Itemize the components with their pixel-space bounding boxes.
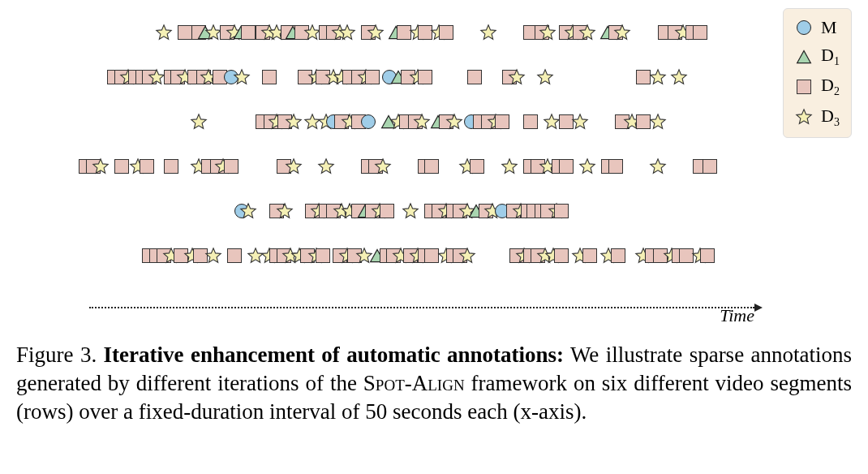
chart-row [41, 20, 771, 45]
svg-marker-81 [206, 248, 221, 262]
svg-marker-65 [241, 204, 256, 218]
marker-d3 [501, 157, 518, 175]
svg-marker-49 [544, 114, 559, 128]
marker-d3 [402, 202, 419, 220]
triangle-icon [795, 48, 813, 66]
svg-marker-52 [651, 114, 665, 128]
marker-d2 [178, 25, 192, 40]
marker-d3 [649, 68, 667, 86]
svg-marker-18 [580, 25, 595, 39]
marker-d2 [559, 159, 574, 174]
caption-figno: Figure 3. [16, 343, 97, 367]
marker-d2 [380, 204, 394, 218]
axis-label: Time [720, 305, 754, 326]
marker-d3 [670, 68, 688, 86]
marker-d2 [241, 25, 256, 40]
marker-d3 [190, 113, 208, 131]
marker-d2 [365, 70, 380, 84]
chart-row [41, 154, 771, 179]
marker-d2 [418, 70, 432, 84]
marker-d3 [649, 157, 667, 175]
legend-item-d3: D3 [795, 106, 840, 129]
marker-m [361, 114, 376, 129]
legend-item-d2: D2 [795, 75, 840, 98]
svg-marker-33 [509, 70, 524, 84]
legend-item-d1: D1 [795, 45, 840, 68]
marker-d2 [114, 159, 129, 174]
marker-d3 [539, 24, 556, 41]
marker-d2 [439, 25, 453, 40]
marker-d3 [413, 113, 431, 131]
time-axis [89, 307, 754, 308]
chart-row [41, 110, 771, 134]
svg-marker-47 [447, 114, 462, 128]
marker-d3 [649, 113, 667, 131]
svg-marker-23 [149, 70, 164, 84]
legend-label: D3 [821, 106, 840, 129]
marker-d3 [367, 24, 385, 41]
marker-d3 [613, 24, 631, 41]
marker-d2 [227, 248, 242, 263]
chart-row [41, 65, 771, 89]
marker-d3 [458, 247, 476, 265]
svg-marker-34 [537, 70, 552, 84]
square-icon [795, 78, 813, 96]
marker-d2 [262, 70, 277, 84]
marker-d3 [536, 68, 554, 86]
marker-d3 [239, 202, 257, 220]
svg-marker-16 [540, 25, 555, 39]
marker-d3 [479, 24, 497, 41]
marker-d3 [508, 68, 526, 86]
legend: MD1D2D3 [783, 8, 852, 138]
svg-marker-57 [286, 159, 301, 173]
circle-icon [795, 19, 813, 37]
svg-marker-66 [277, 204, 292, 218]
marker-d2 [582, 248, 597, 263]
marker-d3 [285, 113, 303, 131]
marker-d2 [693, 25, 707, 40]
svg-marker-63 [580, 159, 595, 173]
svg-marker-8 [304, 25, 319, 39]
svg-marker-72 [403, 204, 418, 218]
figure-caption: Figure 3. Iterative enhancement of autom… [16, 341, 852, 426]
marker-d2 [316, 248, 330, 263]
svg-marker-103 [797, 110, 811, 123]
svg-marker-11 [368, 25, 383, 39]
svg-marker-20 [615, 25, 630, 39]
marker-d2 [703, 159, 717, 174]
marker-d3 [578, 157, 596, 175]
marker-d2 [424, 159, 439, 174]
legend-label: M [821, 17, 837, 38]
svg-marker-0 [157, 25, 171, 39]
marker-d2 [495, 114, 509, 129]
svg-marker-50 [573, 114, 587, 128]
marker-d3 [155, 24, 173, 41]
marker-d2 [470, 159, 484, 174]
marker-d2 [700, 248, 715, 263]
marker-d2 [140, 159, 154, 174]
svg-marker-102 [797, 50, 811, 62]
marker-d3 [578, 24, 596, 41]
svg-marker-15 [481, 25, 496, 39]
svg-marker-26 [234, 70, 248, 84]
marker-d2 [554, 248, 569, 263]
svg-marker-45 [415, 114, 429, 128]
marker-d3 [233, 68, 251, 86]
svg-marker-36 [672, 70, 686, 84]
marker-d3 [204, 247, 222, 265]
svg-marker-37 [191, 114, 206, 128]
svg-marker-53 [92, 159, 107, 173]
legend-label: D1 [821, 45, 840, 68]
svg-marker-2 [206, 25, 221, 39]
caption-bold: Iterative enhancement of automatic annot… [104, 343, 565, 367]
svg-marker-64 [651, 159, 665, 173]
caption-smallcaps-1: Spot [363, 371, 405, 395]
chart-area: Time [41, 8, 811, 317]
svg-marker-59 [375, 159, 389, 173]
marker-d3 [285, 157, 303, 175]
svg-marker-58 [319, 159, 333, 173]
marker-d3 [317, 157, 335, 175]
caption-smallcaps-2: Align [412, 371, 465, 395]
svg-marker-93 [460, 248, 475, 262]
star-icon [795, 108, 813, 126]
